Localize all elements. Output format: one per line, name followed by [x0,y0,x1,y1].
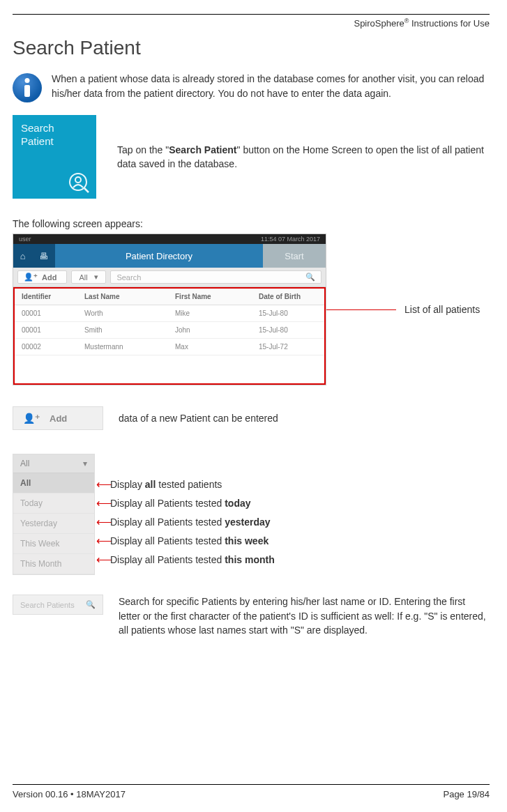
add-description: data of a new Patient can be entered [119,413,278,424]
chevron-down-icon: ▾ [94,273,98,282]
tile-line1: Search [21,122,88,135]
search-icon: 🔍 [86,600,96,609]
ss-datetime: 11:54 07 March 2017 [261,236,320,243]
print-icon[interactable]: 🖶 [39,251,48,261]
add-label: Add [50,413,67,424]
col-dob: Date of Birth [259,293,317,300]
table-row[interactable]: 00001 Worth Mike 15-Jul-80 [15,305,324,322]
home-icon[interactable]: ⌂ [20,251,26,261]
following-text: The following screen appears: [13,218,490,229]
ss-title: Patient Directory [55,244,263,268]
person-search-icon [68,172,89,193]
product-name: SpiroSphere [354,18,404,29]
patient-directory-screenshot: user 11:54 07 March 2017 ⌂ 🖶 Patient Dir… [13,233,326,385]
arrow-icon: ⟵ [96,535,107,546]
table-row[interactable]: 00002 Mustermann Max 15-Jul-72 [15,339,324,355]
search-icon: 🔍 [305,273,315,282]
filter-desc-today: ⟵Display all Patients tested today [95,493,275,512]
filter-desc-yesterday: ⟵Display all Patients tested yesterday [95,512,275,531]
search-placeholder: Search Patients [20,601,75,609]
footer-page: Page 19/84 [443,789,490,799]
filter-option-all[interactable]: All [13,473,94,493]
col-firstname: First Name [175,293,259,300]
add-button-widget[interactable]: 👤⁺ Add [13,406,103,430]
svg-line-2 [84,188,89,192]
filter-option-yesterday[interactable]: Yesterday [13,514,94,534]
col-lastname: Last Name [84,293,175,300]
arrow-icon: ⟵ [96,516,107,528]
patient-list-highlight: Identifier Last Name First Name Date of … [13,287,326,385]
person-plus-icon: 👤⁺ [23,413,40,424]
tile-line2: Patient [21,135,88,148]
callout-list-label: List of all patients [404,304,480,315]
ss-start-button[interactable]: Start [263,244,326,268]
table-row[interactable]: 00001 Smith John 15-Jul-80 [15,322,324,339]
page-title: Search Patient [13,37,490,59]
ss-nav-icons[interactable]: ⌂ 🖶 [13,244,55,268]
search-description: Search for specific Patients by entering… [119,595,490,637]
arrow-icon: ⟵ [96,479,107,490]
doc-header: SpiroSphere® Instructions for Use [13,17,490,29]
info-icon [13,73,42,102]
filter-option-today[interactable]: Today [13,493,94,514]
filter-desc-thismonth: ⟵Display all Patients tested this month [95,550,275,569]
ss-filter-dropdown[interactable]: All▾ [71,270,106,284]
filter-option-thismonth[interactable]: This Month [13,554,94,574]
filter-selected: All [20,459,29,468]
doc-subtitle: Instructions for Use [409,18,490,29]
chevron-down-icon: ▾ [83,459,87,468]
footer-version: Version 00.16 • 18MAY2017 [13,789,126,799]
filter-dropdown-widget[interactable]: All ▾ All Today Yesterday This Week This… [13,454,95,575]
ss-search-input[interactable]: Search🔍 [110,270,321,284]
person-plus-icon: 👤⁺ [24,273,38,282]
tile-description: Tap on the "Search Patient" button on th… [117,143,490,171]
filter-desc-all: ⟵Display all tested patients [95,475,275,493]
search-patient-tile[interactable]: Search Patient [13,115,96,199]
intro-note: When a patient whose data is already sto… [52,72,490,100]
filter-desc-thisweek: ⟵Display all Patients tested this week [95,531,275,550]
svg-point-1 [75,177,81,183]
ss-user-label: user [19,236,31,243]
ss-add-button[interactable]: 👤⁺ Add [17,270,67,284]
filter-option-thisweek[interactable]: This Week [13,534,94,554]
arrow-icon: ⟵ [96,498,107,509]
search-input-widget[interactable]: Search Patients 🔍 [13,595,103,615]
col-identifier: Identifier [22,293,84,300]
arrow-icon: ⟵ [96,554,107,565]
callout-connector [326,309,396,310]
